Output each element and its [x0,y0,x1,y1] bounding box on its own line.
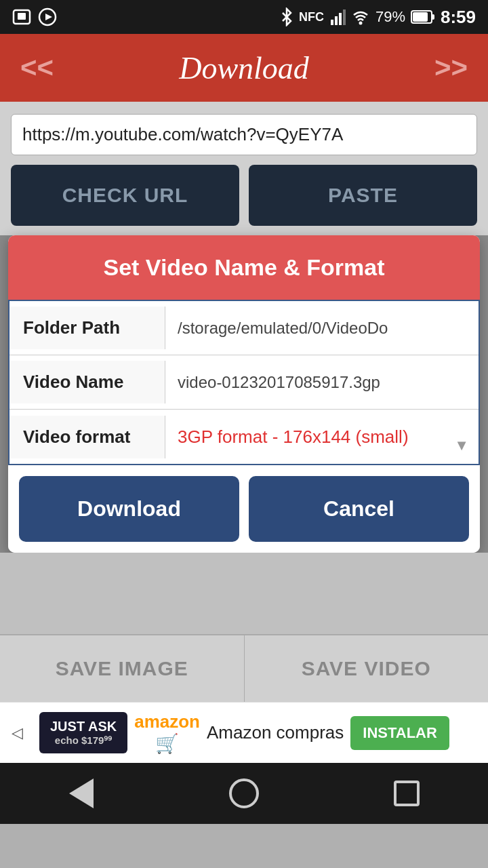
nav-back-system[interactable] [61,773,102,814]
ad-install-button[interactable]: INSTALAR [350,716,449,750]
amazon-text: amazon [134,711,200,732]
url-input-container[interactable]: https://m.youtube.com/watch?v=QyEY7A [11,114,477,155]
ad-content: JUST ASK echo $179⁹⁹ amazon 🛒 Amazon com… [34,711,488,755]
home-circle-icon [229,778,259,808]
url-display: https://m.youtube.com/watch?v=QyEY7A [22,124,343,144]
back-triangle-icon [69,778,94,808]
cancel-button[interactable]: Cancel [249,476,469,542]
wifi-icon [351,7,370,26]
app-title: Download [179,50,309,86]
check-url-button[interactable]: CHECK URL [11,165,239,226]
url-section: https://m.youtube.com/watch?v=QyEY7A [0,102,488,155]
video-format-row[interactable]: Video format 3GP format - 176x144 (small… [9,410,479,464]
save-image-button[interactable]: SAVE IMAGE [0,635,245,702]
modal-title: Set Video Name & Format [103,254,384,280]
video-name-label: Video Name [9,361,165,403]
amazon-cart-icon: 🛒 [155,732,179,755]
svg-rect-11 [432,14,434,20]
ad-banner: ◁ JUST ASK echo $179⁹⁹ amazon 🛒 Amazon c… [0,702,488,763]
save-video-button[interactable]: SAVE VIDEO [245,635,489,702]
status-bar: NFC 79% 8:59 [0,0,488,34]
ad-description: Amazon compras [207,722,344,743]
folder-path-row[interactable]: Folder Path /storage/emulated/0/VideoDo [9,301,479,355]
content-area [0,553,488,634]
clock: 8:59 [441,7,476,28]
recents-square-icon [394,781,420,806]
folder-path-label: Folder Path [9,307,165,349]
status-right-info: NFC 79% 8:59 [280,7,476,28]
svg-rect-6 [339,13,342,25]
bottom-buttons-row: SAVE IMAGE SAVE VIDEO [0,634,488,702]
nav-back-button[interactable]: << [20,54,54,82]
video-format-label: Video format [9,416,165,458]
folder-path-value: /storage/emulated/0/VideoDo [165,308,479,349]
app-header: << Download >> [0,34,488,102]
signal-icon [329,7,346,26]
battery-icon [411,9,435,24]
svg-rect-1 [18,13,26,20]
ad-arrow-left: ◁ [0,724,34,742]
bluetooth-icon [280,7,293,26]
ad-just-ask-logo: JUST ASK echo $179⁹⁹ [39,712,127,753]
amazon-logo: amazon 🛒 [134,711,200,755]
play-icon [38,7,57,26]
modal-fields: Folder Path /storage/emulated/0/VideoDo … [8,300,480,465]
svg-rect-5 [335,16,338,25]
just-ask-text: JUST ASK [50,719,117,734]
modal-actions: Download Cancel [8,465,480,553]
svg-rect-4 [331,20,333,25]
screenshot-icon [12,7,31,26]
paste-button[interactable]: PASTE [249,165,477,226]
echo-price: echo $179⁹⁹ [55,734,113,747]
modal-overlay: Set Video Name & Format Folder Path /sto… [0,235,488,553]
video-name-row[interactable]: Video Name video-01232017085917.3gp [9,355,479,410]
video-format-value: 3GP format - 176x144 (small) [165,416,479,458]
battery-percent: 79% [375,8,405,26]
dropdown-arrow-icon: ▼ [454,437,469,454]
nav-recents-system[interactable] [386,773,427,814]
top-buttons-row: CHECK URL PASTE [0,155,488,235]
svg-point-8 [359,22,362,25]
nav-forward-button[interactable]: >> [434,54,468,82]
nav-home-system[interactable] [224,773,264,814]
modal-header: Set Video Name & Format [8,235,480,300]
modal-card: Set Video Name & Format Folder Path /sto… [8,235,480,553]
svg-rect-10 [413,12,428,22]
svg-rect-7 [343,9,346,25]
status-left-icons [12,7,57,26]
download-button[interactable]: Download [19,476,239,542]
video-name-value: video-01232017085917.3gp [165,362,479,403]
system-nav-bar [0,763,488,824]
svg-marker-3 [45,14,52,20]
nfc-label: NFC [299,10,324,24]
